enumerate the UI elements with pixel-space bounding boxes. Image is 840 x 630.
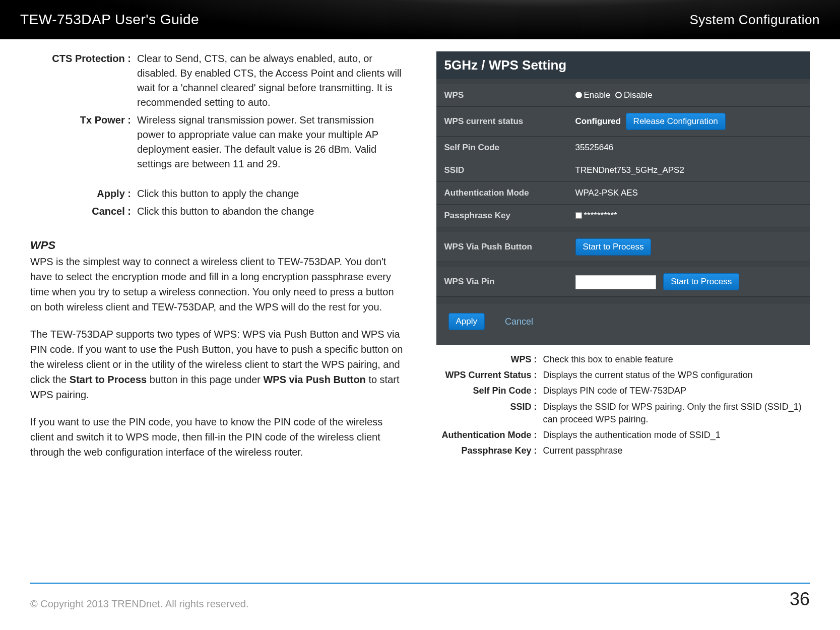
row-value: Start to Process (567, 267, 810, 297)
bold-text: WPS via Push Button (263, 374, 365, 385)
copyright-text: © Copyright 2013 TRENDnet. All rights re… (30, 598, 248, 610)
definition-list-top: CTS Protection : Clear to Send, CTS, can… (30, 51, 404, 171)
def-value: Displays PIN code of TEW-753DAP (543, 385, 810, 397)
row-value: ********** (567, 205, 810, 227)
row-value: Start to Process (567, 232, 810, 262)
panel-separator (436, 79, 810, 84)
paragraph: WPS is the simplest way to connect a wir… (30, 254, 404, 314)
row-label: Authentication Mode (436, 182, 567, 205)
table-row: WPS Via Pin Start to Process (436, 267, 810, 297)
header-bar: TEW-753DAP User's Guide System Configura… (0, 0, 840, 39)
def-label: SSID : (436, 401, 537, 426)
start-process-push-button[interactable]: Start to Process (575, 238, 652, 256)
def-label: Tx Power : (30, 113, 131, 171)
passphrase-value: ********** (584, 211, 617, 220)
status-value: Configured (575, 116, 621, 126)
table-row: Authentication Mode WPA2-PSK AES (436, 182, 810, 205)
left-column: CTS Protection : Clear to Send, CTS, can… (30, 51, 404, 472)
right-column: 5GHz / WPS Setting WPS Enable Disable WP… (436, 51, 810, 472)
bold-text: Start to Process (70, 374, 147, 385)
def-value: Displays the current status of the WPS c… (543, 369, 810, 382)
row-label: WPS Via Push Button (436, 232, 567, 262)
def-value: Current passphrase (543, 445, 810, 457)
paragraph-text: button in this page under (147, 374, 263, 385)
panel-footer: Apply Cancel (436, 304, 810, 345)
table-row: WPS Via Push Button Start to Process (436, 232, 810, 262)
cancel-button[interactable]: Cancel (500, 313, 538, 330)
radio-unselected-icon[interactable] (615, 92, 622, 98)
settings-table: WPS Enable Disable WPS current status Co… (436, 84, 810, 227)
row-label: Self Pin Code (436, 137, 567, 159)
def-label: Passphrase Key : (436, 445, 537, 457)
page-body: CTS Protection : Clear to Send, CTS, can… (0, 39, 840, 472)
panel-separator (436, 227, 810, 232)
table-row: Self Pin Code 35525646 (436, 137, 810, 159)
start-process-pin-button[interactable]: Start to Process (663, 273, 739, 290)
row-value: Configured Release Configuration (567, 107, 810, 137)
definition-list-mid: Apply : Click this button to apply the c… (30, 186, 404, 219)
radio-label: Disable (624, 90, 653, 100)
def-value: Click this button to abandon the change (137, 204, 404, 219)
doc-title: TEW-753DAP User's Guide (20, 12, 199, 28)
def-value: Click this button to apply the change (137, 186, 404, 201)
page-number: 36 (790, 589, 810, 610)
page-footer: © Copyright 2013 TRENDnet. All rights re… (30, 583, 810, 610)
wps-settings-panel: 5GHz / WPS Setting WPS Enable Disable WP… (436, 51, 810, 345)
row-value: Enable Disable (567, 84, 810, 107)
panel-separator (436, 262, 810, 267)
checkbox-icon[interactable] (575, 212, 582, 219)
def-value: Wireless signal transmission power. Set … (137, 113, 404, 171)
def-label: WPS : (436, 353, 537, 366)
row-value: WPA2-PSK AES (567, 182, 810, 205)
row-label: WPS (436, 84, 567, 107)
pin-input[interactable] (575, 275, 656, 289)
definition-list-right: WPS : Check this box to enable feature W… (436, 353, 810, 457)
table-row: SSID TRENDnet753_5GHz_APS2 (436, 159, 810, 182)
table-row: WPS Enable Disable (436, 84, 810, 107)
apply-button[interactable]: Apply (448, 313, 485, 330)
panel-separator (436, 297, 810, 304)
def-value: Check this box to enable feature (543, 353, 810, 366)
def-label: CTS Protection : (30, 51, 131, 110)
section-title: System Configuration (689, 12, 820, 28)
def-value: Displays the SSID for WPS pairing. Only … (543, 401, 810, 426)
def-value: Displays the authentication mode of SSID… (543, 429, 810, 442)
row-label: SSID (436, 159, 567, 182)
row-label: WPS current status (436, 107, 567, 137)
def-value: Clear to Send, CTS, can be always enable… (137, 51, 404, 110)
radio-label: Enable (584, 90, 611, 100)
row-label: WPS Via Pin (436, 267, 567, 297)
table-row: Passphrase Key ********** (436, 205, 810, 227)
paragraph: If you want to use the PIN code, you hav… (30, 414, 404, 460)
section-heading-wps: WPS (30, 239, 404, 252)
def-label: Apply : (30, 186, 131, 201)
release-configuration-button[interactable]: Release Configuration (626, 113, 726, 130)
row-value: TRENDnet753_5GHz_APS2 (567, 159, 810, 182)
paragraph: The TEW-753DAP supports two types of WPS… (30, 327, 404, 402)
settings-table: WPS Via Push Button Start to Process (436, 232, 810, 262)
def-label: Authentication Mode : (436, 429, 537, 442)
panel-title: 5GHz / WPS Setting (436, 51, 810, 79)
def-label: WPS Current Status : (436, 369, 537, 382)
radio-selected-icon[interactable] (575, 92, 582, 98)
def-label: Self Pin Code : (436, 385, 537, 397)
row-label: Passphrase Key (436, 205, 567, 227)
row-value: 35525646 (567, 137, 810, 159)
def-label: Cancel : (30, 204, 131, 219)
table-row: WPS current status Configured Release Co… (436, 107, 810, 137)
settings-table: WPS Via Pin Start to Process (436, 267, 810, 297)
